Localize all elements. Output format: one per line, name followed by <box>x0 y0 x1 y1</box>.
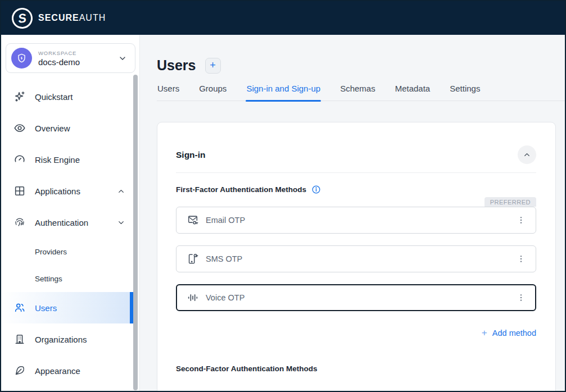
feather-icon <box>13 364 26 377</box>
chevron-up-icon <box>523 151 531 159</box>
sidebar-item-label: Quickstart <box>35 92 73 102</box>
sidebar-item-overview[interactable]: Overview <box>1 112 133 144</box>
brand-name-light: AUTH <box>79 13 106 22</box>
tab-settings[interactable]: Settings <box>449 84 481 101</box>
brand-name: SECUREAUTH <box>38 13 106 23</box>
add-second-factor-method-button[interactable]: + Add method <box>482 389 536 391</box>
workspace-selector[interactable]: WORKSPACE docs-demo <box>6 43 135 73</box>
sidebar-item-label: Applications <box>35 186 80 196</box>
kebab-icon <box>517 216 526 225</box>
tab-users[interactable]: Users <box>157 84 180 101</box>
method-kebab-menu[interactable] <box>513 212 529 228</box>
method-card-sms-otp[interactable]: SMS OTP <box>176 245 536 272</box>
method-card-voice-otp[interactable]: Voice OTP <box>176 284 536 311</box>
sparkles-icon <box>13 90 26 103</box>
section-divider <box>176 172 536 173</box>
secureauth-logo-icon: S <box>11 6 34 30</box>
sidebar-item-label: Risk Engine <box>35 155 80 165</box>
add-first-factor-method-button[interactable]: + Add method <box>482 327 536 339</box>
sidebar-item-settings[interactable]: Settings <box>1 265 133 292</box>
tab-schemas[interactable]: Schemas <box>339 84 376 101</box>
top-navbar: S SECUREAUTH <box>1 1 565 35</box>
add-user-button[interactable]: + <box>205 58 221 74</box>
sidebar-item-label: Users <box>35 303 57 313</box>
plus-icon: + <box>482 327 487 339</box>
chevron-up-icon <box>117 187 125 195</box>
sidebar-item-appearance[interactable]: Appearance <box>1 355 133 386</box>
sms-otp-icon <box>187 253 199 265</box>
method-label: Email OTP <box>206 216 245 225</box>
sidebar-item-users[interactable]: Users <box>1 292 133 323</box>
sidebar-item-organizations[interactable]: Organizations <box>1 323 133 355</box>
gauge-icon <box>13 153 26 166</box>
app-window: S SECUREAUTH WORKSPACE docs-demo <box>0 0 566 392</box>
building-icon <box>13 333 26 345</box>
tab-signin-signup[interactable]: Sign-in and Sign-up <box>246 84 321 101</box>
method-kebab-menu[interactable] <box>513 290 529 306</box>
workspace-avatar <box>11 48 32 69</box>
sidebar-item-label: Organizations <box>35 335 87 344</box>
method-label: Voice OTP <box>206 293 244 302</box>
first-factor-heading: First-Factor Authentication Methods <box>176 185 306 194</box>
sidebar-item-risk-engine[interactable]: Risk Engine <box>1 144 133 175</box>
add-method-label: Add method <box>492 329 536 338</box>
chevron-down-icon <box>118 54 127 63</box>
fingerprint-icon <box>13 216 26 229</box>
users-icon <box>13 302 26 314</box>
grid-icon <box>13 185 26 197</box>
sidebar-item-authentication[interactable]: Authentication <box>1 207 133 238</box>
sidebar-scrollbar[interactable] <box>133 75 138 390</box>
second-factor-heading: Second-Factor Authentication Methods <box>176 364 536 373</box>
plus-icon: + <box>482 389 487 391</box>
tab-bar: Users Groups Sign-in and Sign-up Schemas… <box>157 84 565 101</box>
shield-icon <box>16 53 27 63</box>
logo-letter: S <box>17 10 27 26</box>
workspace-label: WORKSPACE <box>38 50 118 56</box>
sidebar-item-label: Authentication <box>35 218 88 227</box>
signin-section-title: Sign-in <box>176 150 206 160</box>
sidebar-item-providers[interactable]: Providers <box>1 238 133 265</box>
page-title: Users <box>157 57 196 74</box>
sidebar: WORKSPACE docs-demo Quickstart <box>1 35 140 391</box>
signin-panel: Sign-in First-Factor Authentication Meth… <box>157 122 556 391</box>
kebab-icon <box>517 293 526 302</box>
eye-icon <box>13 122 26 134</box>
tab-groups[interactable]: Groups <box>198 84 227 101</box>
preferred-badge: PREFERRED <box>485 197 536 207</box>
voice-otp-icon <box>187 291 199 304</box>
sidebar-subitem-label: Providers <box>35 248 67 256</box>
email-otp-icon <box>187 214 199 226</box>
chevron-down-icon <box>117 218 125 227</box>
sidebar-item-label: Overview <box>35 124 70 133</box>
sidebar-item-applications[interactable]: Applications <box>1 175 133 207</box>
brand-name-bold: SECURE <box>38 13 79 22</box>
sidebar-item-label: Appearance <box>35 366 80 376</box>
collapse-section-button[interactable] <box>518 145 536 164</box>
method-kebab-menu[interactable] <box>513 251 529 267</box>
sidebar-item-quickstart[interactable]: Quickstart <box>1 81 133 112</box>
tab-metadata[interactable]: Metadata <box>395 84 431 101</box>
info-icon[interactable] <box>311 185 321 194</box>
main-content: Users + Users Groups Sign-in and Sign-up… <box>140 35 565 391</box>
method-card-email-otp[interactable]: Email OTP <box>176 207 536 234</box>
workspace-name: docs-demo <box>38 57 118 67</box>
sidebar-subitem-label: Settings <box>35 275 62 283</box>
kebab-icon <box>517 254 526 263</box>
add-method-label: Add method <box>492 390 536 391</box>
method-label: SMS OTP <box>206 254 242 263</box>
sidebar-nav: Quickstart Overview Risk Engine <box>1 81 139 386</box>
